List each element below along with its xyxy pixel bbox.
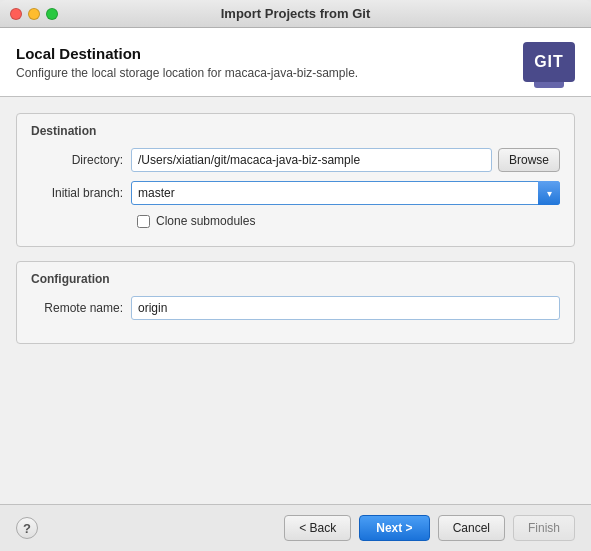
title-bar: Import Projects from Git — [0, 0, 591, 28]
remote-name-label: Remote name: — [31, 301, 131, 315]
destination-section: Destination Directory: Browse Initial br… — [16, 113, 575, 247]
remote-name-row: Remote name: — [31, 296, 560, 320]
configuration-section: Configuration Remote name: — [16, 261, 575, 344]
window-title: Import Projects from Git — [221, 6, 371, 21]
header-text: Local Destination Configure the local st… — [16, 45, 358, 80]
initial-branch-label: Initial branch: — [31, 186, 131, 200]
header-title: Local Destination — [16, 45, 358, 62]
configuration-section-title: Configuration — [31, 272, 560, 286]
destination-section-title: Destination — [31, 124, 560, 138]
close-button[interactable] — [10, 8, 22, 20]
footer-left: ? — [16, 517, 38, 539]
header-section: Local Destination Configure the local st… — [0, 28, 591, 97]
footer: ? < Back Next > Cancel Finish — [0, 504, 591, 551]
clone-submodules-row: Clone submodules — [137, 214, 560, 228]
directory-input[interactable] — [131, 148, 492, 172]
directory-row: Directory: Browse — [31, 148, 560, 172]
browse-button[interactable]: Browse — [498, 148, 560, 172]
header-description: Configure the local storage location for… — [16, 66, 358, 80]
directory-label: Directory: — [31, 153, 131, 167]
footer-buttons: < Back Next > Cancel Finish — [284, 515, 575, 541]
clone-submodules-label[interactable]: Clone submodules — [156, 214, 255, 228]
traffic-lights — [10, 8, 58, 20]
initial-branch-select[interactable]: master — [131, 181, 560, 205]
remote-name-input[interactable] — [131, 296, 560, 320]
clone-submodules-checkbox[interactable] — [137, 215, 150, 228]
minimize-button[interactable] — [28, 8, 40, 20]
next-button[interactable]: Next > — [359, 515, 429, 541]
help-button[interactable]: ? — [16, 517, 38, 539]
content-area: Destination Directory: Browse Initial br… — [0, 97, 591, 504]
initial-branch-row: Initial branch: master ▾ — [31, 181, 560, 205]
maximize-button[interactable] — [46, 8, 58, 20]
cancel-button[interactable]: Cancel — [438, 515, 505, 541]
initial-branch-select-wrapper: master ▾ — [131, 181, 560, 205]
dialog-body: Local Destination Configure the local st… — [0, 28, 591, 551]
git-icon: GIT — [523, 42, 575, 82]
finish-button[interactable]: Finish — [513, 515, 575, 541]
back-button[interactable]: < Back — [284, 515, 351, 541]
